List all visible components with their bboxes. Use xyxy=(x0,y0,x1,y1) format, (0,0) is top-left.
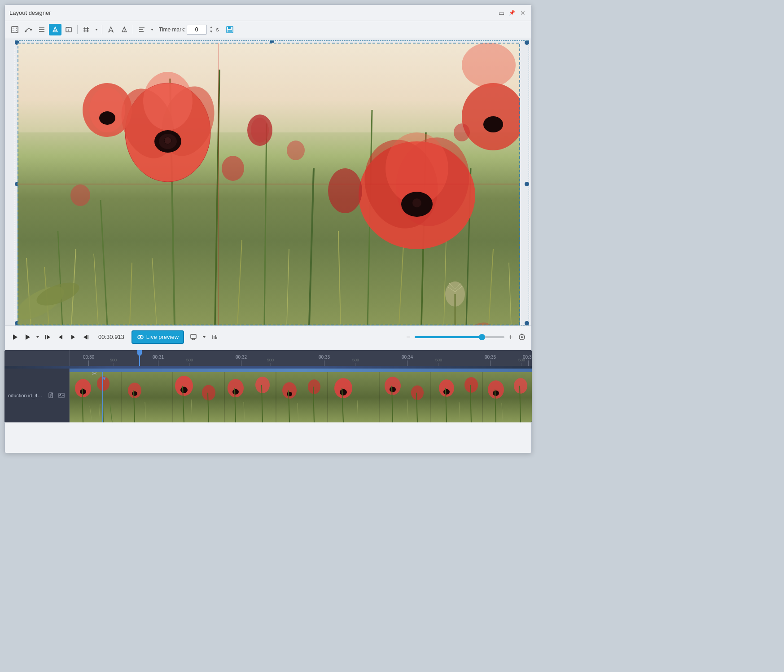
toolbar-sep-2 xyxy=(102,25,102,34)
svg-rect-95 xyxy=(88,335,88,339)
skip-end-button[interactable] xyxy=(80,332,91,343)
timeline-ruler: 00:30 500 00:31 500 00:32 xyxy=(4,350,532,366)
svg-point-147 xyxy=(308,379,320,394)
live-preview-button[interactable]: Live preview xyxy=(131,330,184,344)
svg-point-72 xyxy=(287,141,305,160)
svg-rect-91 xyxy=(45,335,46,339)
clip-top-bar xyxy=(70,369,532,372)
align-button[interactable] xyxy=(136,24,148,35)
skip-start-button[interactable] xyxy=(43,332,53,343)
grid-tool-button[interactable] xyxy=(80,24,92,35)
svg-point-65 xyxy=(99,111,115,125)
step-back-button[interactable] xyxy=(55,332,66,343)
handle-tr[interactable] xyxy=(525,40,529,45)
pin-button[interactable]: 📌 xyxy=(508,9,516,17)
zoom-controls: − + xyxy=(404,332,527,342)
svg-marker-89 xyxy=(26,334,30,340)
svg-point-84 xyxy=(462,43,516,88)
close-button[interactable]: ✕ xyxy=(519,9,527,17)
track-file-button[interactable] xyxy=(47,391,55,400)
toolbar: Time mark: ▲ ▼ s xyxy=(5,21,531,38)
svg-marker-94 xyxy=(71,335,75,339)
play-dropdown-button[interactable] xyxy=(22,332,33,343)
zoom-minus-button[interactable]: − xyxy=(404,333,413,342)
svg-point-71 xyxy=(222,156,244,181)
lines-tool-button[interactable] xyxy=(35,24,48,35)
clip-thumbnails-strip xyxy=(70,372,532,422)
handle-br[interactable] xyxy=(525,321,529,325)
audio-settings-button[interactable] xyxy=(209,331,221,343)
svg-point-151 xyxy=(340,389,347,395)
title-controls: ▭ 📌 ✕ xyxy=(497,9,527,17)
svg-point-3 xyxy=(25,31,26,32)
rect-tool-button[interactable] xyxy=(62,24,75,35)
toolbar-sep-3 xyxy=(133,25,133,34)
time-mark-up[interactable]: ▲ xyxy=(208,25,215,30)
svg-point-142 xyxy=(255,377,270,393)
svg-point-69 xyxy=(251,118,269,143)
timeline-area: 00:30 500 00:31 500 00:32 xyxy=(4,350,532,422)
live-preview-label: Live preview xyxy=(146,334,179,340)
zoom-thumb[interactable] xyxy=(479,334,485,340)
svg-rect-117 xyxy=(70,372,532,422)
svg-marker-16 xyxy=(95,29,98,31)
svg-point-53 xyxy=(143,72,193,130)
svg-point-70 xyxy=(328,168,362,213)
svg-rect-99 xyxy=(191,334,196,338)
svg-point-154 xyxy=(390,387,396,392)
edit1-button[interactable] xyxy=(105,24,117,35)
curve-tool-button[interactable] xyxy=(22,24,35,35)
edit2-button[interactable] xyxy=(118,24,131,35)
svg-marker-103 xyxy=(203,336,206,338)
svg-point-8 xyxy=(55,26,56,28)
track-header: oduction id_4811872.mp4 xyxy=(4,369,70,422)
align-dropdown-button[interactable] xyxy=(149,24,155,35)
svg-point-165 xyxy=(514,378,527,394)
playback-bar: 00:30.913 Live preview xyxy=(5,325,531,348)
time-mark-input[interactable] xyxy=(187,25,207,35)
svg-point-146 xyxy=(287,392,292,396)
timeline-clips xyxy=(70,369,532,422)
monitor-button[interactable] xyxy=(188,331,199,343)
toolbar-sep-1 xyxy=(77,25,78,34)
title-bar: Layout designer ▭ 📌 ✕ xyxy=(5,5,531,21)
svg-point-163 xyxy=(488,380,504,399)
zoom-slider[interactable] xyxy=(415,336,504,338)
handle-mr[interactable] xyxy=(525,182,529,186)
svg-marker-21 xyxy=(151,29,153,31)
svg-marker-92 xyxy=(47,335,50,339)
grid-dropdown-button[interactable] xyxy=(93,24,100,35)
step-forward-button[interactable] xyxy=(68,332,79,343)
time-mark-down[interactable]: ▼ xyxy=(208,30,215,34)
svg-point-140 xyxy=(228,379,244,397)
play-options-button[interactable] xyxy=(35,331,41,343)
svg-rect-0 xyxy=(12,26,18,33)
svg-point-127 xyxy=(80,389,86,395)
minimize-button[interactable]: ▭ xyxy=(497,9,505,17)
zoom-track xyxy=(415,336,482,338)
svg-rect-24 xyxy=(228,30,232,32)
svg-point-73 xyxy=(454,123,470,141)
timeline-track: oduction id_4811872.mp4 ✂ ▼ xyxy=(4,369,532,422)
svg-point-56 xyxy=(164,137,171,144)
save-button[interactable] xyxy=(223,24,236,35)
svg-point-98 xyxy=(140,336,141,338)
draw-tool-button[interactable] xyxy=(49,24,61,35)
select-tool-button[interactable] xyxy=(9,24,21,35)
zoom-plus-button[interactable]: + xyxy=(506,333,515,342)
time-mark-label: Time mark: xyxy=(159,26,186,33)
svg-marker-96 xyxy=(83,335,87,339)
svg-point-141 xyxy=(232,389,239,395)
svg-point-153 xyxy=(385,377,401,395)
play-button[interactable] xyxy=(9,332,20,343)
track-image-button[interactable] xyxy=(57,391,66,400)
svg-point-133 xyxy=(132,391,137,396)
thumbnail-svg xyxy=(70,372,532,422)
svg-point-137 xyxy=(202,385,215,401)
svg-point-160 xyxy=(464,377,478,393)
svg-point-109 xyxy=(521,336,523,338)
zoom-fit-button[interactable] xyxy=(517,332,527,342)
monitor-dropdown-button[interactable] xyxy=(201,331,207,343)
svg-point-67 xyxy=(483,116,503,132)
track-name: oduction id_4811872.mp4 xyxy=(8,393,45,398)
